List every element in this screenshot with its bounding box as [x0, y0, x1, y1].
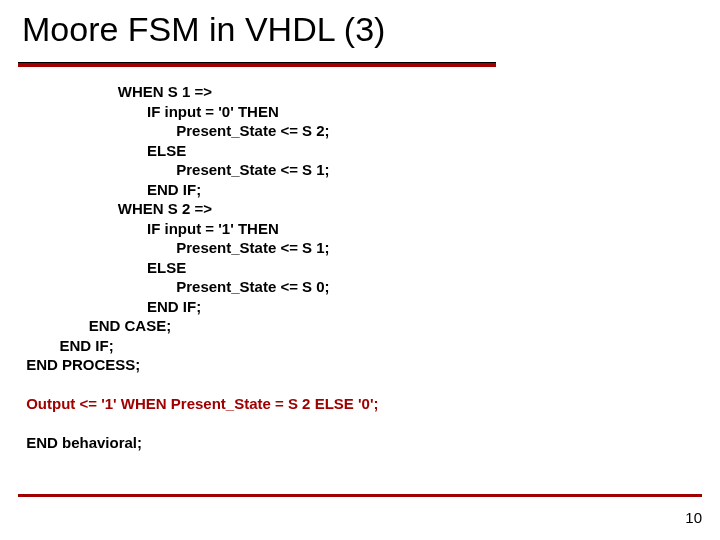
code-line: IF input = '0' THEN	[22, 103, 279, 120]
code-line: Present_State <= S 2;	[22, 122, 330, 139]
slide-title: Moore FSM in VHDL (3)	[22, 10, 385, 49]
code-line: ELSE	[22, 259, 186, 276]
code-line: Present_State <= S 1;	[22, 239, 330, 256]
code-line: Present_State <= S 0;	[22, 278, 330, 295]
code-line: WHEN S 2 =>	[22, 200, 212, 217]
code-block: WHEN S 1 => IF input = '0' THEN Present_…	[22, 82, 378, 453]
page-number: 10	[685, 509, 702, 526]
code-line-output: Output <= '1' WHEN Present_State = S 2 E…	[22, 395, 378, 412]
code-line: IF input = '1' THEN	[22, 220, 279, 237]
code-line: END PROCESS;	[22, 356, 140, 373]
code-line: END behavioral;	[22, 434, 142, 451]
code-line: WHEN S 1 =>	[22, 83, 212, 100]
code-line: END IF;	[22, 181, 201, 198]
code-line: END CASE;	[22, 317, 171, 334]
slide: Moore FSM in VHDL (3) WHEN S 1 => IF inp…	[0, 0, 720, 540]
code-line: Present_State <= S 1;	[22, 161, 330, 178]
footer-rule	[18, 494, 702, 497]
code-line: END IF;	[22, 298, 201, 315]
code-line: ELSE	[22, 142, 186, 159]
title-underline-edge	[18, 62, 496, 63]
code-line: END IF;	[22, 337, 114, 354]
